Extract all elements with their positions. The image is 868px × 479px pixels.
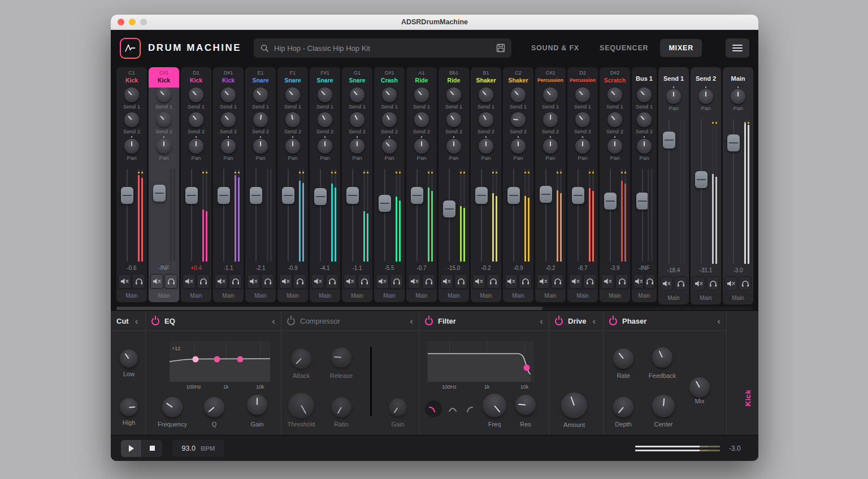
- pan-knob[interactable]: [511, 139, 526, 154]
- send-1-knob[interactable]: [221, 88, 236, 102]
- solo-button[interactable]: [326, 274, 338, 289]
- compressor-power-icon[interactable]: [287, 317, 295, 325]
- phaser-power-icon[interactable]: [609, 317, 617, 325]
- solo-button[interactable]: [164, 274, 177, 289]
- mute-button[interactable]: [537, 274, 550, 289]
- pan-knob[interactable]: [575, 139, 590, 154]
- phaser-depth-knob[interactable]: [614, 398, 633, 417]
- pan-knob[interactable]: [253, 139, 268, 154]
- collapse-icon[interactable]: ‹: [135, 316, 138, 326]
- channel-header[interactable]: G#1Crash: [374, 67, 405, 88]
- solo-button[interactable]: [422, 274, 435, 289]
- send-1-knob[interactable]: [382, 88, 397, 102]
- send-2-knob[interactable]: [253, 112, 268, 127]
- filter-power-icon[interactable]: [425, 317, 433, 325]
- solo-button[interactable]: [739, 276, 752, 291]
- mute-button[interactable]: [569, 274, 582, 289]
- mixer-scrollbar[interactable]: [116, 307, 753, 310]
- pan-knob[interactable]: [479, 139, 493, 154]
- channel-header[interactable]: A1Ride: [406, 67, 437, 88]
- solo-button[interactable]: [674, 276, 687, 291]
- output-select[interactable]: Main: [310, 290, 340, 302]
- send-2-knob[interactable]: [607, 112, 622, 127]
- eq-band1-handle[interactable]: [193, 356, 199, 362]
- output-select[interactable]: Main: [374, 290, 405, 302]
- mute-button[interactable]: [118, 274, 131, 289]
- volume-fader[interactable]: [443, 201, 455, 217]
- pan-knob[interactable]: [607, 139, 622, 154]
- output-select[interactable]: Main: [277, 290, 308, 302]
- solo-button[interactable]: [706, 276, 719, 291]
- send-2-knob[interactable]: [382, 112, 397, 127]
- output-select[interactable]: Main: [535, 290, 566, 302]
- channel-header[interactable]: C#2Percussion: [535, 67, 566, 88]
- solo-button[interactable]: [229, 274, 242, 289]
- send-1-knob[interactable]: [637, 88, 652, 102]
- channel-header[interactable]: Send 2: [691, 67, 721, 88]
- channel-header[interactable]: Bus 1: [632, 67, 657, 88]
- send-2-knob[interactable]: [575, 112, 590, 127]
- channel-header[interactable]: F1Snare: [277, 67, 308, 88]
- send-1-knob[interactable]: [253, 88, 268, 102]
- mute-button[interactable]: [344, 274, 357, 289]
- mute-button[interactable]: [247, 274, 260, 289]
- solo-button[interactable]: [358, 274, 371, 289]
- bpm-field[interactable]: 93.0 BPM: [172, 440, 224, 457]
- volume-fader[interactable]: [282, 187, 294, 204]
- output-select[interactable]: Main: [691, 292, 721, 304]
- pan-knob[interactable]: [124, 139, 139, 154]
- mute-button[interactable]: [279, 274, 292, 289]
- solo-button[interactable]: [454, 274, 467, 289]
- collapse-icon[interactable]: ‹: [540, 316, 543, 326]
- preset-search[interactable]: Hip Hop - Classic Hip Hop Kit: [254, 38, 511, 58]
- output-select[interactable]: Main: [600, 290, 630, 302]
- eq-band2-handle[interactable]: [214, 356, 220, 363]
- phaser-rate-knob[interactable]: [614, 349, 633, 368]
- send-1-knob[interactable]: [511, 88, 526, 102]
- send-2-knob[interactable]: [285, 112, 300, 127]
- volume-fader[interactable]: [663, 132, 675, 149]
- stop-button[interactable]: [142, 440, 162, 457]
- channel-header[interactable]: Send 1: [658, 67, 689, 88]
- output-select[interactable]: Main: [503, 290, 533, 302]
- mute-button[interactable]: [601, 274, 614, 289]
- menu-button[interactable]: [726, 38, 749, 58]
- send-1-knob[interactable]: [157, 88, 171, 102]
- volume-fader[interactable]: [572, 187, 584, 204]
- output-select[interactable]: Main: [245, 290, 276, 302]
- pan-knob[interactable]: [285, 139, 300, 154]
- volume-fader[interactable]: [346, 187, 359, 204]
- comp-attack-knob[interactable]: [292, 349, 311, 368]
- send-2-knob[interactable]: [318, 112, 332, 127]
- mute-button[interactable]: [472, 274, 485, 289]
- mute-button[interactable]: [660, 276, 673, 291]
- output-select[interactable]: Main: [567, 290, 598, 302]
- output-select[interactable]: Main: [632, 290, 657, 302]
- eq-gain-knob[interactable]: [248, 395, 267, 415]
- pan-knob[interactable]: [637, 139, 652, 154]
- solo-button[interactable]: [487, 274, 500, 289]
- eq-power-icon[interactable]: [151, 317, 159, 325]
- volume-fader[interactable]: [475, 187, 488, 204]
- filter-freq-knob[interactable]: [483, 394, 506, 417]
- eq-frequency-knob[interactable]: [163, 398, 182, 417]
- mute-button[interactable]: [150, 274, 163, 289]
- eq-q-knob[interactable]: [205, 398, 224, 417]
- volume-fader[interactable]: [218, 187, 230, 204]
- volume-fader[interactable]: [695, 171, 708, 188]
- output-select[interactable]: Main: [471, 290, 501, 302]
- solo-button[interactable]: [615, 274, 628, 289]
- send-2-knob[interactable]: [446, 112, 461, 127]
- output-select[interactable]: Main: [658, 292, 689, 304]
- send-1-knob[interactable]: [543, 88, 558, 102]
- send-2-knob[interactable]: [637, 112, 652, 127]
- send-1-knob[interactable]: [124, 88, 139, 102]
- volume-fader[interactable]: [379, 195, 391, 212]
- send-2-knob[interactable]: [414, 112, 429, 127]
- channel-header[interactable]: D2Percussion: [567, 67, 598, 88]
- phaser-feedback-knob[interactable]: [653, 348, 672, 367]
- send-2-knob[interactable]: [511, 112, 526, 127]
- eq-graph[interactable]: +12 -12 100Hz 1k 10k: [170, 341, 270, 382]
- filter-graph[interactable]: 100Hz 1k 10k: [427, 341, 534, 382]
- send-1-knob[interactable]: [350, 88, 364, 102]
